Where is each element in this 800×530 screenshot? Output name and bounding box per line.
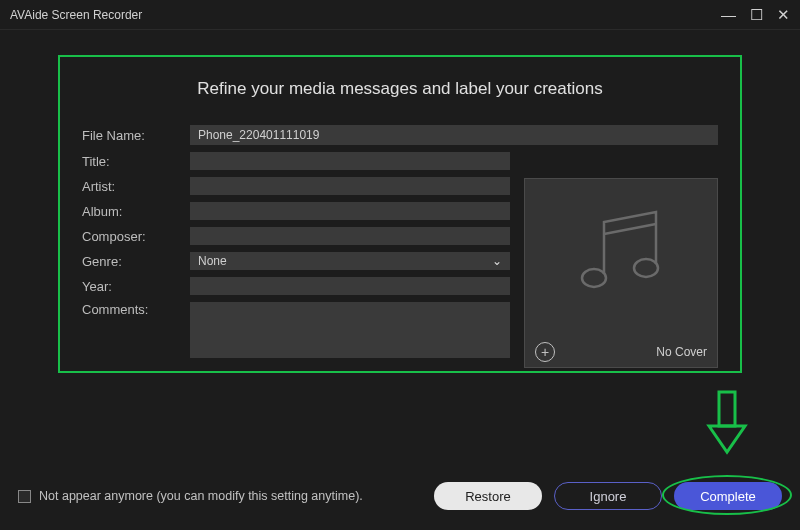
maximize-icon[interactable]: ☐ [750,7,763,22]
not-appear-label: Not appear anymore (you can modify this … [39,489,363,503]
label-album: Album: [82,204,190,219]
fields-column: Title: Artist: Album: Composer: Genre: N… [82,152,510,368]
label-year: Year: [82,279,190,294]
row-title: Title: [82,152,510,170]
cover-art-panel: + No Cover [524,178,718,368]
svg-point-0 [582,269,606,287]
chevron-down-icon: ⌄ [492,254,502,268]
input-filename[interactable]: Phone_220401111019 [190,125,718,145]
restore-button[interactable]: Restore [434,482,542,510]
row-comments: Comments: [82,302,510,358]
row-composer: Composer: [82,227,510,245]
row-filename: File Name: Phone_220401111019 [82,125,718,145]
dropdown-genre[interactable]: None ⌄ [190,252,510,270]
complete-button-label: Complete [700,489,756,504]
minimize-icon[interactable]: — [721,7,736,22]
input-composer[interactable] [190,227,510,245]
row-artist: Artist: [82,177,510,195]
cover-footer: + No Cover [525,337,717,367]
close-icon[interactable]: ✕ [777,7,790,22]
input-comments[interactable] [190,302,510,358]
no-cover-label: No Cover [656,345,707,359]
label-composer: Composer: [82,229,190,244]
metadata-panel: Refine your media messages and label you… [58,55,742,373]
form-area: Title: Artist: Album: Composer: Genre: N… [82,152,718,368]
window-controls: — ☐ ✕ [721,7,790,22]
add-cover-button[interactable]: + [535,342,555,362]
svg-rect-2 [719,392,735,426]
label-genre: Genre: [82,254,190,269]
plus-icon: + [541,345,549,359]
title-bar: AVAide Screen Recorder — ☐ ✕ [0,0,800,30]
input-year[interactable] [190,277,510,295]
panel-heading: Refine your media messages and label you… [82,79,718,99]
input-title[interactable] [190,152,510,170]
complete-button[interactable]: Complete [674,482,782,510]
row-genre: Genre: None ⌄ [82,252,510,270]
bottom-bar: Not appear anymore (you can modify this … [0,472,800,530]
label-title: Title: [82,154,190,169]
label-comments: Comments: [82,302,190,317]
svg-point-1 [634,259,658,277]
row-year: Year: [82,277,510,295]
row-album: Album: [82,202,510,220]
ignore-button[interactable]: Ignore [554,482,662,510]
music-note-icon [566,204,676,304]
dropdown-genre-value: None [198,254,227,268]
input-artist[interactable] [190,177,510,195]
label-artist: Artist: [82,179,190,194]
label-filename: File Name: [82,128,190,143]
not-appear-checkbox[interactable] [18,490,31,503]
app-title: AVAide Screen Recorder [10,8,142,22]
button-row: Restore Ignore Complete [434,482,782,510]
input-album[interactable] [190,202,510,220]
arrow-down-icon [705,390,749,456]
